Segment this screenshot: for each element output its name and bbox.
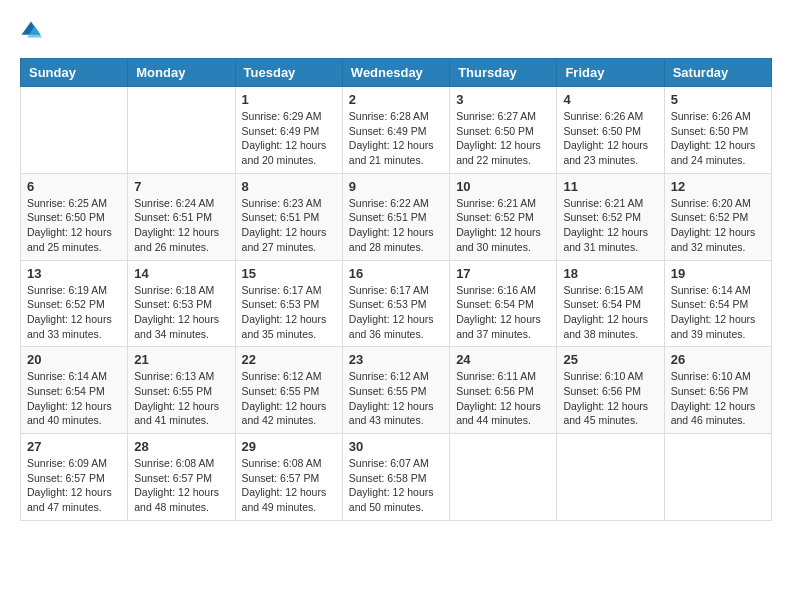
daylight-text: Daylight: 12 hours and 25 minutes. [27, 226, 112, 253]
calendar-week-4: 20Sunrise: 6:14 AMSunset: 6:54 PMDayligh… [21, 347, 772, 434]
day-info: Sunrise: 6:08 AMSunset: 6:57 PMDaylight:… [242, 456, 336, 515]
day-info: Sunrise: 6:17 AMSunset: 6:53 PMDaylight:… [242, 283, 336, 342]
weekday-header-sunday: Sunday [21, 59, 128, 87]
calendar-cell [128, 87, 235, 174]
daylight-text: Daylight: 12 hours and 44 minutes. [456, 400, 541, 427]
sunrise-text: Sunrise: 6:22 AM [349, 197, 429, 209]
day-info: Sunrise: 6:23 AMSunset: 6:51 PMDaylight:… [242, 196, 336, 255]
daylight-text: Daylight: 12 hours and 35 minutes. [242, 313, 327, 340]
sunrise-text: Sunrise: 6:24 AM [134, 197, 214, 209]
calendar-cell: 19Sunrise: 6:14 AMSunset: 6:54 PMDayligh… [664, 260, 771, 347]
sunrise-text: Sunrise: 6:23 AM [242, 197, 322, 209]
day-info: Sunrise: 6:21 AMSunset: 6:52 PMDaylight:… [456, 196, 550, 255]
sunset-text: Sunset: 6:55 PM [242, 385, 320, 397]
sunset-text: Sunset: 6:52 PM [671, 211, 749, 223]
day-number: 20 [27, 352, 121, 367]
day-info: Sunrise: 6:21 AMSunset: 6:52 PMDaylight:… [563, 196, 657, 255]
day-number: 1 [242, 92, 336, 107]
sunrise-text: Sunrise: 6:12 AM [349, 370, 429, 382]
daylight-text: Daylight: 12 hours and 26 minutes. [134, 226, 219, 253]
day-number: 8 [242, 179, 336, 194]
calendar-cell: 25Sunrise: 6:10 AMSunset: 6:56 PMDayligh… [557, 347, 664, 434]
calendar-cell: 17Sunrise: 6:16 AMSunset: 6:54 PMDayligh… [450, 260, 557, 347]
sunset-text: Sunset: 6:55 PM [349, 385, 427, 397]
daylight-text: Daylight: 12 hours and 47 minutes. [27, 486, 112, 513]
day-info: Sunrise: 6:25 AMSunset: 6:50 PMDaylight:… [27, 196, 121, 255]
calendar-week-5: 27Sunrise: 6:09 AMSunset: 6:57 PMDayligh… [21, 434, 772, 521]
calendar-cell: 22Sunrise: 6:12 AMSunset: 6:55 PMDayligh… [235, 347, 342, 434]
day-number: 12 [671, 179, 765, 194]
day-info: Sunrise: 6:10 AMSunset: 6:56 PMDaylight:… [671, 369, 765, 428]
sunrise-text: Sunrise: 6:18 AM [134, 284, 214, 296]
day-info: Sunrise: 6:29 AMSunset: 6:49 PMDaylight:… [242, 109, 336, 168]
day-number: 13 [27, 266, 121, 281]
day-info: Sunrise: 6:07 AMSunset: 6:58 PMDaylight:… [349, 456, 443, 515]
daylight-text: Daylight: 12 hours and 27 minutes. [242, 226, 327, 253]
daylight-text: Daylight: 12 hours and 28 minutes. [349, 226, 434, 253]
sunset-text: Sunset: 6:51 PM [134, 211, 212, 223]
logo [20, 20, 46, 42]
day-number: 10 [456, 179, 550, 194]
day-number: 27 [27, 439, 121, 454]
calendar-week-2: 6Sunrise: 6:25 AMSunset: 6:50 PMDaylight… [21, 173, 772, 260]
sunrise-text: Sunrise: 6:19 AM [27, 284, 107, 296]
calendar-cell: 28Sunrise: 6:08 AMSunset: 6:57 PMDayligh… [128, 434, 235, 521]
daylight-text: Daylight: 12 hours and 37 minutes. [456, 313, 541, 340]
day-info: Sunrise: 6:18 AMSunset: 6:53 PMDaylight:… [134, 283, 228, 342]
sunset-text: Sunset: 6:53 PM [134, 298, 212, 310]
sunset-text: Sunset: 6:57 PM [134, 472, 212, 484]
weekday-header-wednesday: Wednesday [342, 59, 449, 87]
sunrise-text: Sunrise: 6:26 AM [563, 110, 643, 122]
calendar-cell: 20Sunrise: 6:14 AMSunset: 6:54 PMDayligh… [21, 347, 128, 434]
sunrise-text: Sunrise: 6:15 AM [563, 284, 643, 296]
day-number: 28 [134, 439, 228, 454]
sunset-text: Sunset: 6:52 PM [563, 211, 641, 223]
daylight-text: Daylight: 12 hours and 30 minutes. [456, 226, 541, 253]
sunrise-text: Sunrise: 6:20 AM [671, 197, 751, 209]
calendar-cell: 18Sunrise: 6:15 AMSunset: 6:54 PMDayligh… [557, 260, 664, 347]
daylight-text: Daylight: 12 hours and 33 minutes. [27, 313, 112, 340]
calendar-cell [557, 434, 664, 521]
sunrise-text: Sunrise: 6:12 AM [242, 370, 322, 382]
daylight-text: Daylight: 12 hours and 43 minutes. [349, 400, 434, 427]
day-number: 26 [671, 352, 765, 367]
day-info: Sunrise: 6:19 AMSunset: 6:52 PMDaylight:… [27, 283, 121, 342]
calendar-cell: 27Sunrise: 6:09 AMSunset: 6:57 PMDayligh… [21, 434, 128, 521]
sunrise-text: Sunrise: 6:08 AM [134, 457, 214, 469]
sunset-text: Sunset: 6:56 PM [671, 385, 749, 397]
calendar-cell: 16Sunrise: 6:17 AMSunset: 6:53 PMDayligh… [342, 260, 449, 347]
sunrise-text: Sunrise: 6:11 AM [456, 370, 536, 382]
day-number: 3 [456, 92, 550, 107]
sunrise-text: Sunrise: 6:29 AM [242, 110, 322, 122]
calendar-cell: 21Sunrise: 6:13 AMSunset: 6:55 PMDayligh… [128, 347, 235, 434]
sunset-text: Sunset: 6:50 PM [456, 125, 534, 137]
calendar-table: SundayMondayTuesdayWednesdayThursdayFrid… [20, 58, 772, 521]
calendar-cell: 6Sunrise: 6:25 AMSunset: 6:50 PMDaylight… [21, 173, 128, 260]
day-info: Sunrise: 6:09 AMSunset: 6:57 PMDaylight:… [27, 456, 121, 515]
day-number: 11 [563, 179, 657, 194]
calendar-cell [450, 434, 557, 521]
sunrise-text: Sunrise: 6:08 AM [242, 457, 322, 469]
day-info: Sunrise: 6:14 AMSunset: 6:54 PMDaylight:… [27, 369, 121, 428]
daylight-text: Daylight: 12 hours and 36 minutes. [349, 313, 434, 340]
sunset-text: Sunset: 6:52 PM [456, 211, 534, 223]
daylight-text: Daylight: 12 hours and 46 minutes. [671, 400, 756, 427]
sunset-text: Sunset: 6:57 PM [27, 472, 105, 484]
calendar-cell: 15Sunrise: 6:17 AMSunset: 6:53 PMDayligh… [235, 260, 342, 347]
calendar-cell: 4Sunrise: 6:26 AMSunset: 6:50 PMDaylight… [557, 87, 664, 174]
day-number: 21 [134, 352, 228, 367]
sunrise-text: Sunrise: 6:21 AM [563, 197, 643, 209]
day-info: Sunrise: 6:20 AMSunset: 6:52 PMDaylight:… [671, 196, 765, 255]
sunset-text: Sunset: 6:53 PM [242, 298, 320, 310]
sunset-text: Sunset: 6:50 PM [27, 211, 105, 223]
day-info: Sunrise: 6:22 AMSunset: 6:51 PMDaylight:… [349, 196, 443, 255]
day-info: Sunrise: 6:28 AMSunset: 6:49 PMDaylight:… [349, 109, 443, 168]
sunrise-text: Sunrise: 6:21 AM [456, 197, 536, 209]
day-info: Sunrise: 6:15 AMSunset: 6:54 PMDaylight:… [563, 283, 657, 342]
daylight-text: Daylight: 12 hours and 24 minutes. [671, 139, 756, 166]
calendar-cell: 12Sunrise: 6:20 AMSunset: 6:52 PMDayligh… [664, 173, 771, 260]
calendar-cell: 11Sunrise: 6:21 AMSunset: 6:52 PMDayligh… [557, 173, 664, 260]
day-number: 19 [671, 266, 765, 281]
daylight-text: Daylight: 12 hours and 40 minutes. [27, 400, 112, 427]
daylight-text: Daylight: 12 hours and 50 minutes. [349, 486, 434, 513]
